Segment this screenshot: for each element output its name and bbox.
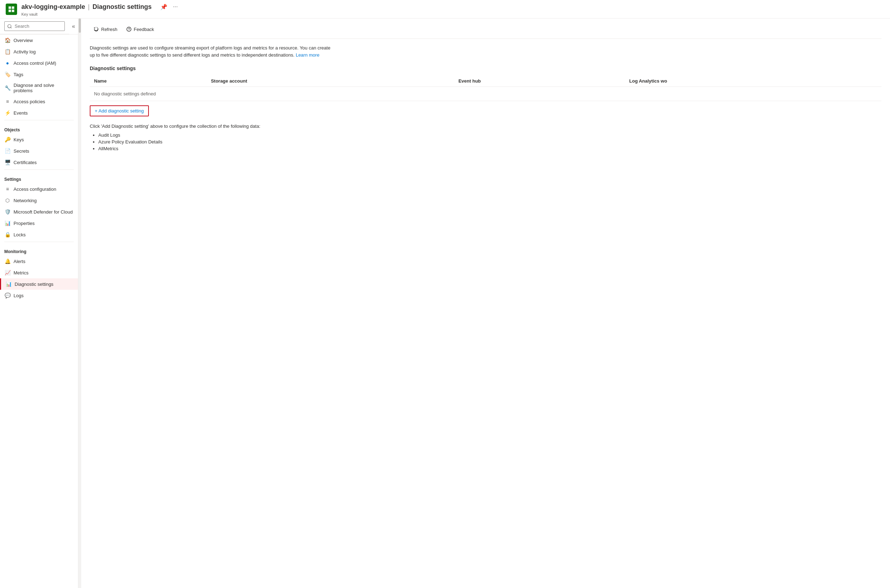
overview-icon: 🏠 xyxy=(4,37,11,44)
content-area: Refresh Feedback Diagnostic settings are… xyxy=(81,18,890,588)
access-config-label: Access configuration xyxy=(14,186,56,192)
networking-label: Networking xyxy=(14,198,37,203)
title-section: akv-logging-example | Diagnostic setting… xyxy=(21,2,179,16)
feedback-button[interactable]: Feedback xyxy=(123,24,158,34)
title-separator: | xyxy=(88,3,90,10)
overview-label: Overview xyxy=(14,38,33,43)
top-bar: akv-logging-example | Diagnostic setting… xyxy=(0,0,890,18)
locks-label: Locks xyxy=(14,232,26,237)
feedback-label: Feedback xyxy=(134,27,154,32)
page-heading: akv-logging-example | Diagnostic setting… xyxy=(21,2,179,12)
sidebar-item-secrets[interactable]: 📄 Secrets xyxy=(0,145,78,157)
tags-label: Tags xyxy=(14,72,23,77)
search-container xyxy=(0,18,69,34)
section-objects: Objects xyxy=(0,123,78,134)
table-header-row: Name Storage account Event hub Log Analy… xyxy=(90,75,881,87)
bullet-policy-eval: Azure Policy Evaluation Details xyxy=(98,138,881,145)
app-icon xyxy=(6,3,17,15)
content-inner: Refresh Feedback Diagnostic settings are… xyxy=(81,18,890,588)
sidebar-item-activity-log[interactable]: 📋 Activity log xyxy=(0,46,78,57)
collection-text: Click 'Add Diagnostic setting' above to … xyxy=(90,123,881,129)
sidebar-scrollthumb xyxy=(79,18,81,33)
sidebar-scrolltrack xyxy=(78,18,81,588)
svg-point-5 xyxy=(129,30,129,30)
networking-icon: ⬡ xyxy=(4,197,11,204)
bullet-list: Audit Logs Azure Policy Evaluation Detai… xyxy=(90,132,881,152)
metrics-label: Metrics xyxy=(14,270,29,276)
diagnostic-settings-label: Diagnostic settings xyxy=(15,282,53,287)
sidebar-item-keys[interactable]: 🔑 Keys xyxy=(0,134,78,145)
toolbar: Refresh Feedback xyxy=(90,24,881,39)
sidebar-item-locks[interactable]: 🔒 Locks xyxy=(0,229,78,240)
divider-objects xyxy=(4,120,74,120)
diagnostic-table: Name Storage account Event hub Log Analy… xyxy=(90,75,881,101)
certificates-icon: 🖥️ xyxy=(4,159,11,165)
diagnose-label: Diagnose and solve problems xyxy=(14,82,74,93)
sidebar-item-overview[interactable]: 🏠 Overview xyxy=(0,34,78,46)
main-layout: « 🏠 Overview 📋 Activity log ● Access con… xyxy=(0,18,890,588)
bullet-audit-logs: Audit Logs xyxy=(98,132,881,138)
refresh-button[interactable]: Refresh xyxy=(90,24,121,34)
access-control-label: Access control (IAM) xyxy=(14,60,56,66)
more-button[interactable]: ··· xyxy=(172,2,179,11)
events-label: Events xyxy=(14,110,28,116)
metrics-icon: 📈 xyxy=(4,270,11,276)
section-monitoring: Monitoring xyxy=(0,245,78,255)
table-body: No diagnostic settings defined xyxy=(90,87,881,101)
sidebar-item-diagnose[interactable]: 🔧 Diagnose and solve problems xyxy=(0,80,78,96)
no-data-row: No diagnostic settings defined xyxy=(90,87,881,101)
sidebar-item-properties[interactable]: 📊 Properties xyxy=(0,218,78,229)
collapse-button[interactable]: « xyxy=(69,20,78,32)
logs-icon: 💬 xyxy=(4,292,11,298)
sidebar-nav: 🏠 Overview 📋 Activity log ● Access contr… xyxy=(0,34,78,118)
title-actions: 📌 ··· xyxy=(159,2,179,12)
resource-type: Key vault xyxy=(21,12,179,16)
search-input[interactable] xyxy=(4,21,65,31)
sidebar: « 🏠 Overview 📋 Activity log ● Access con… xyxy=(0,18,78,588)
sidebar-item-tags[interactable]: 🏷️ Tags xyxy=(0,69,78,80)
svg-rect-1 xyxy=(12,6,14,9)
certificates-label: Certificates xyxy=(14,160,37,165)
sidebar-item-access-policies[interactable]: ≡ Access policies xyxy=(0,96,78,107)
page-title-text: Diagnostic settings xyxy=(93,3,152,10)
defender-icon: 🛡️ xyxy=(4,208,11,215)
sidebar-item-networking[interactable]: ⬡ Networking xyxy=(0,195,78,206)
col-loganalytics: Log Analytics wo xyxy=(625,75,881,87)
tags-icon: 🏷️ xyxy=(4,71,11,78)
svg-rect-0 xyxy=(9,6,11,9)
keys-icon: 🔑 xyxy=(4,136,11,143)
logs-label: Logs xyxy=(14,293,24,298)
sidebar-item-access-control[interactable]: ● Access control (IAM) xyxy=(0,57,78,69)
add-diagnostic-setting-button[interactable]: + Add diagnostic setting xyxy=(90,105,149,116)
secrets-icon: 📄 xyxy=(4,148,11,154)
add-button-label: + Add diagnostic setting xyxy=(95,108,144,114)
sidebar-item-logs[interactable]: 💬 Logs xyxy=(0,290,78,301)
divider-settings xyxy=(4,170,74,170)
sidebar-item-access-config[interactable]: ≡ Access configuration xyxy=(0,183,78,195)
section-title: Diagnostic settings xyxy=(90,66,881,71)
diagnose-icon: 🔧 xyxy=(4,85,11,91)
description-content: Diagnostic settings are used to configur… xyxy=(90,45,331,58)
col-storage: Storage account xyxy=(207,75,454,87)
sidebar-item-metrics[interactable]: 📈 Metrics xyxy=(0,267,78,278)
divider-monitoring xyxy=(4,242,74,242)
sidebar-item-certificates[interactable]: 🖥️ Certificates xyxy=(0,157,78,168)
alerts-icon: 🔔 xyxy=(4,258,11,264)
properties-icon: 📊 xyxy=(4,220,11,226)
events-icon: ⚡ xyxy=(4,110,11,116)
refresh-icon xyxy=(93,26,99,32)
secrets-label: Secrets xyxy=(14,148,29,154)
sidebar-item-defender[interactable]: 🛡️ Microsoft Defender for Cloud xyxy=(0,206,78,218)
svg-rect-3 xyxy=(12,10,14,12)
sidebar-item-events[interactable]: ⚡ Events xyxy=(0,107,78,118)
keys-label: Keys xyxy=(14,137,24,142)
refresh-label: Refresh xyxy=(101,27,117,32)
diagnostic-settings-icon: 📊 xyxy=(5,281,12,287)
properties-label: Properties xyxy=(14,220,35,226)
learn-more-link[interactable]: Learn more xyxy=(296,52,319,58)
alerts-label: Alerts xyxy=(14,259,25,264)
svg-rect-2 xyxy=(9,10,11,12)
sidebar-item-alerts[interactable]: 🔔 Alerts xyxy=(0,255,78,267)
pin-button[interactable]: 📌 xyxy=(159,2,169,12)
sidebar-item-diagnostic-settings[interactable]: 📊 Diagnostic settings xyxy=(0,278,78,290)
